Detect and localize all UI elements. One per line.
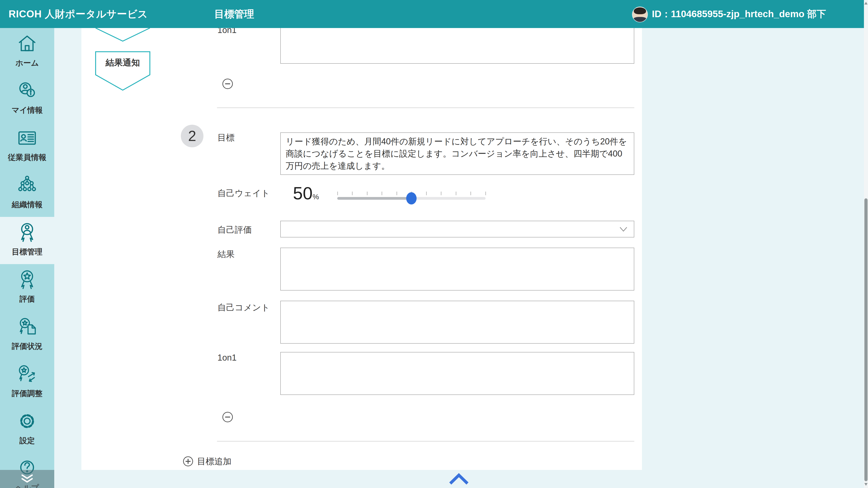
weight-unit: % [313, 193, 319, 202]
sidebar-item-evaluation-status[interactable]: 評価状況 [0, 311, 54, 359]
add-goal-label: 目標追加 [197, 456, 231, 467]
goal1-remove-button[interactable] [222, 78, 233, 89]
goal2-self-eval-select[interactable] [280, 221, 634, 237]
goal2-number-badge: 2 [181, 125, 204, 147]
sidebar-item-label: 目標管理 [0, 247, 54, 257]
gear-icon [16, 410, 38, 432]
minus-icon [225, 417, 230, 418]
app-title: RICOH 人財ポータルサービス [8, 0, 148, 28]
app-header: RICOH 人財ポータルサービス 目標管理 ID：1104685955-zjp_… [0, 0, 864, 28]
page-title: 目標管理 [214, 0, 254, 28]
goal2-self-comment-label: 自己コメント [217, 302, 270, 313]
section-divider [217, 107, 634, 108]
sidebar-item-evaluation-adjust[interactable]: 評価調整 [0, 359, 54, 406]
weight-slider-handle[interactable] [406, 192, 416, 204]
sidebar-item-org-info[interactable]: 組織情報 [0, 170, 54, 217]
scrollbar-down-arrow[interactable] [864, 483, 868, 486]
page-scrollbar[interactable] [864, 0, 868, 488]
weight-number: 50 [293, 184, 313, 202]
sidebar-scroll-down-button[interactable] [0, 470, 54, 488]
my-info-icon [16, 80, 38, 101]
goal-medal-icon [16, 221, 38, 243]
slider-tick [367, 192, 368, 195]
sidebar-item-label: マイ情報 [0, 105, 54, 116]
section-divider [217, 441, 634, 442]
slider-tick [426, 192, 427, 195]
chevron-down-icon [619, 227, 627, 232]
evaluation-medal-icon [16, 269, 38, 290]
goal2-1on1-label: 1on1 [217, 353, 237, 363]
double-chevron-down-icon [21, 475, 33, 484]
goal2-goal-textarea[interactable]: リード獲得のため、月間40件の新規リードに対してアプローチを行い、そのうち20件… [280, 132, 634, 175]
employee-card-icon [16, 127, 38, 149]
user-id-text: ID：1104685955-zjp_hrtech_demo 部下 [652, 0, 826, 28]
scrollbar-up-arrow[interactable] [864, 2, 868, 4]
sidebar-item-label: 組織情報 [0, 199, 54, 210]
evaluation-status-icon [16, 316, 38, 337]
slider-tick [441, 192, 441, 195]
scrollbar-thumb[interactable] [864, 198, 868, 481]
slider-tick [470, 192, 471, 195]
weight-value: 50% [293, 184, 319, 202]
goal-management-page: 結果通知 1on1 2 目標 リード獲得のため、月間40件の新規リードに対してア… [0, 0, 868, 488]
goal2-weight-label: 自己ウェイト [217, 188, 270, 199]
home-icon [16, 33, 38, 54]
goal2-result-label: 結果 [217, 249, 235, 260]
slider-tick [337, 192, 338, 195]
goal2-self-eval-label: 自己評価 [217, 224, 252, 236]
sidebar-item-label: 評価調整 [0, 388, 54, 399]
sidebar: ホーム マイ情報 従業員情報 [0, 28, 54, 488]
user-avatar[interactable] [632, 6, 648, 22]
sidebar-item-home[interactable]: ホーム [0, 28, 54, 75]
sidebar-item-goal-management[interactable]: 目標管理 [0, 217, 54, 264]
sidebar-item-settings[interactable]: 設定 [0, 406, 54, 453]
slider-tick [352, 192, 352, 195]
add-goal-button[interactable]: 目標追加 [183, 455, 231, 467]
sidebar-item-label: ホーム [0, 58, 54, 68]
goal2-remove-button[interactable] [222, 412, 233, 422]
weight-slider-fill [337, 197, 411, 200]
sidebar-item-label: 評価 [0, 294, 54, 304]
sidebar-item-employee-info[interactable]: 従業員情報 [0, 123, 54, 170]
evaluation-adjust-icon [16, 363, 38, 385]
org-chart-icon [16, 174, 38, 196]
step-badge-label: 結果通知 [95, 57, 151, 68]
goal2-result-textarea[interactable] [280, 248, 634, 291]
plus-icon [183, 456, 193, 466]
goal2-1on1-textarea[interactable] [280, 352, 634, 395]
scroll-to-top-chevron[interactable] [449, 473, 469, 485]
sidebar-item-my-info[interactable]: マイ情報 [0, 75, 54, 123]
sidebar-item-label: 設定 [0, 435, 54, 446]
goal2-goal-label: 目標 [217, 132, 235, 143]
previous-step-badge-tip[interactable] [95, 28, 151, 42]
sidebar-item-label: 評価状況 [0, 341, 54, 352]
minus-icon [225, 84, 230, 84]
slider-tick [456, 192, 456, 195]
goal2-self-comment-textarea[interactable] [280, 301, 634, 344]
slider-tick [397, 192, 397, 195]
sidebar-item-evaluation[interactable]: 評価 [0, 264, 54, 311]
slider-tick [381, 192, 382, 195]
sidebar-item-label: 従業員情報 [0, 152, 54, 163]
slider-tick [485, 192, 486, 195]
